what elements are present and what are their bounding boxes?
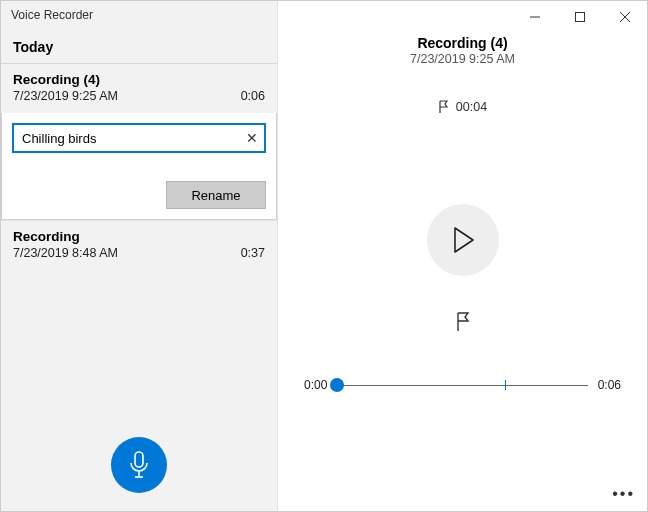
minimize-button[interactable]	[512, 2, 557, 32]
close-button[interactable]	[602, 2, 647, 32]
detail-date: 7/23/2019 9:25 AM	[278, 52, 647, 66]
recording-date: 7/23/2019 9:25 AM	[13, 89, 118, 103]
marker-indicator[interactable]: 00:04	[278, 100, 647, 114]
flag-icon	[455, 312, 471, 332]
rename-button[interactable]: Rename	[166, 181, 266, 209]
detail-title: Recording (4)	[278, 35, 647, 51]
clear-icon[interactable]: ✕	[246, 130, 258, 146]
play-button[interactable]	[427, 204, 499, 276]
app-title: Voice Recorder	[1, 1, 277, 29]
recording-item[interactable]: Recording 7/23/2019 8:48 AM 0:37	[1, 220, 277, 270]
timeline-end: 0:06	[598, 378, 621, 392]
flag-icon	[438, 100, 450, 114]
add-marker-button[interactable]	[449, 308, 477, 336]
group-label: Today	[1, 29, 277, 63]
rename-panel: ✕ Rename	[1, 113, 277, 220]
more-button[interactable]: •••	[612, 485, 635, 503]
rename-input[interactable]	[22, 131, 236, 146]
timeline: 0:00 0:06	[304, 376, 621, 394]
microphone-icon	[128, 451, 150, 479]
svg-rect-0	[135, 452, 143, 467]
timeline-start: 0:00	[304, 378, 327, 392]
recording-item[interactable]: Recording (4) 7/23/2019 9:25 AM 0:06	[1, 63, 277, 113]
maximize-button[interactable]	[557, 2, 602, 32]
recording-title: Recording	[13, 229, 265, 244]
window-controls	[278, 1, 647, 33]
recording-duration: 0:06	[241, 89, 265, 103]
sidebar: Voice Recorder Today Recording (4) 7/23/…	[1, 1, 278, 511]
app-root: Voice Recorder Today Recording (4) 7/23/…	[1, 1, 647, 511]
timeline-marker-tick	[505, 380, 506, 390]
recording-date: 7/23/2019 8:48 AM	[13, 246, 118, 260]
timeline-thumb[interactable]	[330, 378, 344, 392]
record-button[interactable]	[111, 437, 167, 493]
detail-pane: Recording (4) 7/23/2019 9:25 AM 00:04	[278, 1, 647, 511]
rename-input-wrap: ✕	[12, 123, 266, 153]
marker-time: 00:04	[456, 100, 487, 114]
timeline-track[interactable]	[337, 376, 587, 394]
recording-duration: 0:37	[241, 246, 265, 260]
recording-title: Recording (4)	[13, 72, 265, 87]
play-icon	[451, 226, 475, 254]
svg-rect-4	[575, 13, 584, 22]
